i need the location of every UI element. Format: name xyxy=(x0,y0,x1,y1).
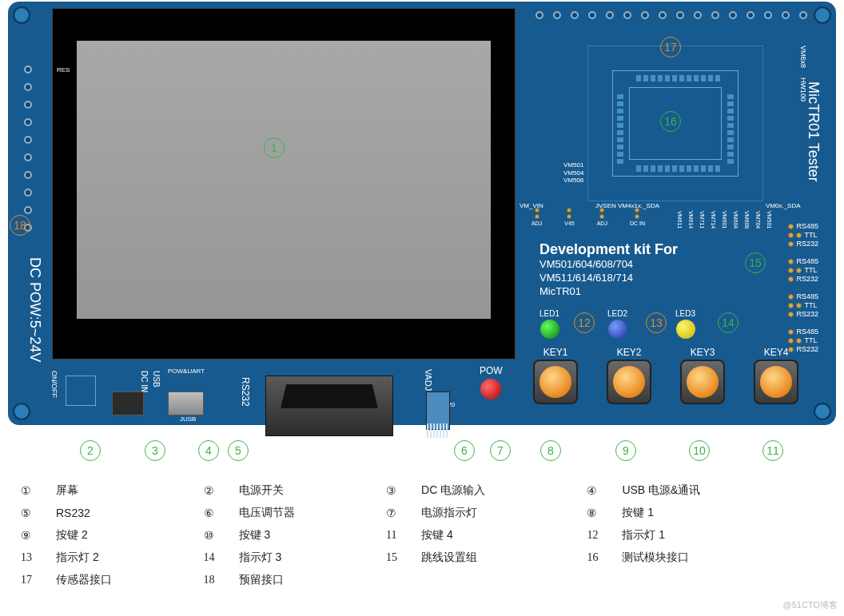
dev-kit-line1: VM501/604/608/704 xyxy=(539,258,678,272)
dev-kit-title: Development kit For xyxy=(539,241,678,258)
jusb-label: JUSB xyxy=(180,415,196,423)
callout-18: 18 xyxy=(10,215,30,236)
callout-7: 7 xyxy=(490,440,511,461)
dev-kit-text: Development kit For VM501/604/608/704 VM… xyxy=(539,241,678,299)
led-2: LED2 xyxy=(607,309,627,339)
callout-12: 12 xyxy=(574,312,595,333)
callout-2: 2 xyxy=(80,440,101,461)
callout-10: 10 xyxy=(689,440,710,461)
chip-silk-labels: VM501 VM504 VM506 xyxy=(563,161,583,185)
vm6x8-label: VM6x8 xyxy=(799,46,807,68)
led-3: LED3 xyxy=(675,309,695,339)
callout-3: 3 xyxy=(145,440,165,461)
mount-hole xyxy=(814,6,831,24)
callout-16: 16 xyxy=(660,111,681,132)
callout-9: 9 xyxy=(615,440,636,461)
led-1: LED1 xyxy=(539,309,559,339)
pcb-board: RES DC POW:5~24V MicTR01 Tester VM6x8 HW… xyxy=(8,2,836,425)
comm-jumper-group: RS485TTLRS232 RS485TTLRS232 RS485TTLRS23… xyxy=(788,222,818,353)
sensor-header xyxy=(535,11,807,19)
callout-13: 13 xyxy=(646,312,667,333)
key-4[interactable]: KEY4 xyxy=(754,347,798,404)
dc-jack[interactable] xyxy=(112,391,144,415)
power-led: POW xyxy=(480,365,503,399)
mount-hole xyxy=(13,403,30,420)
lcd-screen-inner xyxy=(77,41,491,319)
rs232-port[interactable] xyxy=(265,376,393,436)
reserved-header xyxy=(24,66,32,232)
callout-6: 6 xyxy=(454,440,475,461)
jumper-group-left: ADJ V45 ADJ DC IN xyxy=(531,208,645,226)
callout-11: 11 xyxy=(762,440,783,461)
dcin-label: DC IN xyxy=(140,371,149,392)
callout-8: 8 xyxy=(540,440,561,461)
callout-1: 1 xyxy=(264,137,285,158)
key-2[interactable]: KEY2 xyxy=(607,347,651,404)
lcd-screen: RES xyxy=(52,8,516,360)
usb-port[interactable] xyxy=(168,391,204,415)
power-switch[interactable] xyxy=(66,376,96,406)
dev-kit-line3: MicTR01 xyxy=(539,285,678,299)
key-1[interactable]: KEY1 xyxy=(533,347,578,404)
hw-label: HW100 xyxy=(799,77,807,101)
callout-15: 15 xyxy=(745,252,766,273)
onoff-label: ON/OFF xyxy=(50,371,58,398)
usb-label: USB xyxy=(152,371,161,387)
board-title: MicTR01 Tester xyxy=(805,81,822,182)
silk-vm0x: VM0x._SDA xyxy=(766,202,801,209)
vadj-label: VADJ xyxy=(424,369,433,391)
led-row: LED1 LED2 LED3 xyxy=(539,309,695,339)
pow-uart-label: POW&UART xyxy=(168,368,205,375)
dc-pow-label: DC POW:5~24V xyxy=(26,257,43,362)
mount-hole xyxy=(814,403,831,420)
watermark: @51CTO博客 xyxy=(783,599,838,611)
callout-14: 14 xyxy=(718,312,738,333)
callout-4: 4 xyxy=(198,440,219,461)
key-row: KEY1 KEY2 KEY3 KEY4 xyxy=(533,347,798,404)
vm-col-labels: VM611VM614VM711VM714VM601VM604VM608VM704… xyxy=(677,211,772,229)
key-3[interactable]: KEY3 xyxy=(680,347,725,404)
vadj-fins xyxy=(427,423,449,438)
res-label: RES xyxy=(57,66,70,74)
callout-17: 17 xyxy=(660,37,681,58)
rs232-label: RS232 xyxy=(240,377,251,407)
dev-kit-line2: VM511/614/618/714 xyxy=(539,272,678,285)
legend-table: ①屏幕 ②电源开关 ③DC 电源输入 ④USB 电源&通讯 ⑤RS232 ⑥电压… xyxy=(16,479,815,591)
callout-5: 5 xyxy=(228,440,249,461)
mount-hole xyxy=(13,6,30,24)
